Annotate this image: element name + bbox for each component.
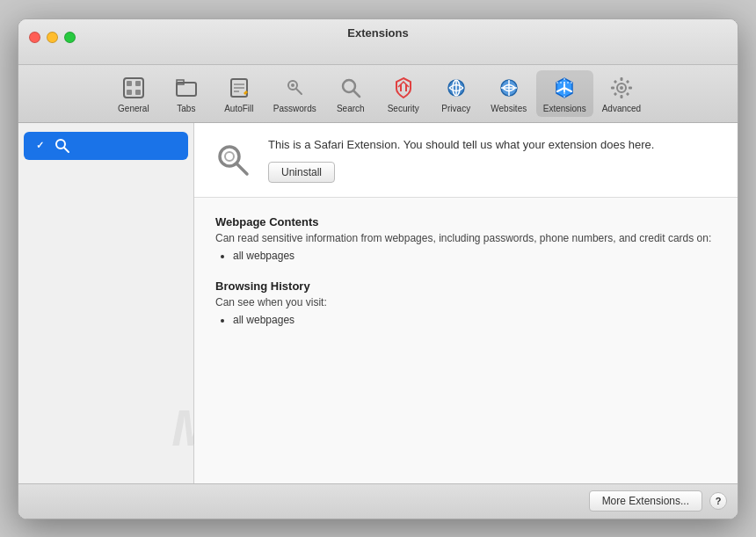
extension-info: This is a Safari Extension. You should t…	[268, 137, 720, 183]
webpage-contents-list: all webpages	[233, 250, 716, 262]
autofill-icon	[225, 74, 253, 102]
extensions-label: Extensions	[543, 104, 586, 113]
browsing-history-title: Browsing History	[215, 279, 716, 293]
browsing-history-item: all webpages	[233, 314, 716, 326]
tabs-icon	[172, 74, 200, 102]
toolbar-item-search[interactable]: Search	[325, 70, 376, 117]
extension-description: This is a Safari Extension. You should t…	[268, 137, 720, 153]
svg-point-12	[291, 83, 294, 87]
extension-header: This is a Safari Extension. You should t…	[194, 123, 738, 198]
security-label: Security	[388, 104, 419, 113]
window-title: Extensions	[347, 26, 408, 40]
security-icon	[389, 74, 418, 102]
toolbar-item-general[interactable]: General	[108, 70, 159, 117]
toolbar-item-privacy[interactable]: Privacy	[431, 70, 482, 117]
passwords-icon	[280, 74, 309, 102]
extension-main-icon	[212, 139, 254, 181]
permissions-area: Webpage Contents Can read sensitive info…	[194, 198, 738, 483]
uninstall-button[interactable]: Uninstall	[268, 162, 335, 183]
svg-point-25	[620, 86, 623, 90]
checkmark-icon: ✓	[36, 140, 44, 151]
svg-rect-26	[620, 77, 622, 81]
webpage-contents-title: Webpage Contents	[215, 215, 716, 229]
svg-line-37	[236, 163, 247, 174]
toolbar-item-security[interactable]: Security	[378, 70, 429, 117]
search-label: Search	[337, 104, 365, 113]
close-button[interactable]	[29, 32, 40, 43]
extensions-icon	[550, 74, 578, 102]
toolbar-item-passwords[interactable]: Passwords	[266, 70, 323, 117]
browsing-history-section: Browsing History Can see when you visit:…	[215, 279, 716, 326]
sidebar-item-search-extension[interactable]: ✓	[24, 132, 188, 160]
toolbar: General Tabs AutoFill	[18, 65, 738, 123]
toolbar-item-advanced[interactable]: Advanced	[595, 70, 648, 117]
svg-point-38	[225, 152, 234, 161]
sidebar: ✓	[18, 123, 194, 483]
search-icon	[337, 74, 365, 102]
footer: More Extensions... ?	[18, 483, 738, 519]
toolbar-item-tabs[interactable]: Tabs	[161, 70, 212, 117]
svg-rect-28	[611, 86, 614, 89]
svg-rect-32	[614, 91, 617, 95]
svg-rect-33	[626, 91, 629, 95]
svg-rect-3	[127, 90, 132, 95]
minimize-button[interactable]	[47, 32, 58, 43]
advanced-icon	[607, 74, 636, 102]
webpage-contents-item: all webpages	[233, 250, 716, 262]
svg-line-35	[64, 148, 69, 152]
privacy-icon	[442, 74, 470, 102]
extension-sidebar-icon	[54, 137, 71, 155]
maximize-button[interactable]	[64, 32, 76, 43]
advanced-label: Advanced	[602, 104, 641, 113]
passwords-label: Passwords	[273, 104, 316, 113]
websites-label: Websites	[491, 104, 527, 113]
help-button[interactable]: ?	[709, 492, 727, 510]
svg-rect-2	[135, 81, 141, 86]
webpage-contents-description: Can read sensitive information from webp…	[215, 232, 716, 244]
tabs-label: Tabs	[177, 104, 195, 113]
titlebar: Extensions	[18, 19, 738, 65]
extension-checkbox[interactable]: ✓	[33, 139, 47, 153]
svg-rect-4	[135, 90, 141, 95]
general-icon	[120, 74, 148, 102]
websites-icon	[495, 74, 523, 102]
svg-rect-30	[614, 79, 617, 83]
safari-preferences-window: Extensions General T	[18, 18, 738, 519]
content-area: This is a Safari Extension. You should t…	[194, 123, 738, 483]
more-extensions-button[interactable]: More Extensions...	[589, 490, 702, 512]
browsing-history-list: all webpages	[233, 314, 716, 326]
svg-rect-27	[620, 95, 622, 98]
autofill-label: AutoFill	[224, 104, 253, 113]
general-label: General	[118, 104, 149, 113]
webpage-contents-section: Webpage Contents Can read sensitive info…	[215, 215, 716, 262]
svg-rect-29	[629, 86, 632, 89]
svg-line-14	[353, 91, 360, 97]
main-area: MALWARETIPS ✓	[18, 123, 738, 483]
privacy-label: Privacy	[441, 104, 470, 113]
window-controls	[29, 32, 76, 43]
browsing-history-description: Can see when you visit:	[215, 296, 716, 308]
toolbar-item-extensions[interactable]: Extensions	[536, 70, 593, 117]
toolbar-item-autofill[interactable]: AutoFill	[214, 70, 265, 117]
svg-rect-1	[127, 81, 132, 86]
toolbar-item-websites[interactable]: Websites	[483, 70, 534, 117]
svg-rect-31	[626, 79, 629, 83]
